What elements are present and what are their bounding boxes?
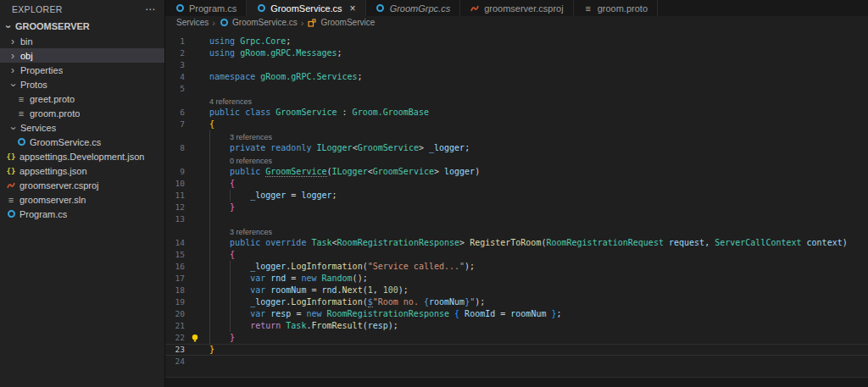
tab-groom-proto[interactable]: ≡groom.proto xyxy=(574,0,658,16)
code-text: { xyxy=(209,178,235,190)
line-number: 24 xyxy=(165,356,185,368)
line-number: 22 xyxy=(165,332,185,344)
file-label: groomserver.csproj xyxy=(19,180,99,191)
sidebar-file-greet-proto[interactable]: ≡greet.proto xyxy=(0,91,164,106)
code-line[interactable]: 12 } xyxy=(165,202,868,213)
file-label: appsettings.Development.json xyxy=(19,152,144,162)
tab-groomservice-cs[interactable]: GroomService.cs× xyxy=(247,0,365,16)
sidebar-file-groom-proto[interactable]: ≡groom.proto xyxy=(0,106,164,120)
more-actions-icon[interactable]: ⋯ xyxy=(145,3,156,15)
code-line[interactable]: 5 xyxy=(165,83,868,95)
file-label: obj xyxy=(20,51,33,61)
csharp-icon xyxy=(258,4,265,12)
tab-label: GroomService.cs xyxy=(270,3,342,14)
code-line[interactable]: 11 _logger = logger; xyxy=(165,190,868,202)
sidebar-folder-obj[interactable]: ›obj xyxy=(0,48,164,63)
code-line[interactable]: 1using Grpc.Core; xyxy=(165,36,868,47)
breadcrumb-label: GroomService xyxy=(320,18,375,27)
file-label: bin xyxy=(20,36,33,47)
code-text: using gRoom.gRPC.Messages; xyxy=(209,47,342,59)
sidebar-folder-properties[interactable]: ›Properties xyxy=(0,63,164,77)
code-text: var resp = new RoomRegistrationResponse … xyxy=(209,308,562,320)
vscode-window: EXPLORER ⋯ › GROOMSERVER ›bin›obj›Proper… xyxy=(0,0,868,387)
codelens-references[interactable]: 3 references xyxy=(230,226,272,238)
editor-area: Program.csGroomService.cs×GroomGrpc.csgr… xyxy=(165,0,868,387)
code-line[interactable]: 8 private readonly ILogger<GroomService>… xyxy=(165,142,868,154)
file-label: greet.proto xyxy=(30,94,75,104)
sidebar-file-program-cs[interactable]: Program.cs xyxy=(0,207,164,221)
code-line[interactable]: 14 public override Task<RoomRegistration… xyxy=(165,237,868,249)
code-line[interactable]: 6public class GroomService : Groom.Groom… xyxy=(165,107,868,119)
code-line[interactable]: 21 return Task.FromResult(resp); xyxy=(165,320,868,332)
code-line[interactable]: 3 xyxy=(165,59,868,71)
breadcrumb: Services›GroomService.cs›GroomService xyxy=(165,16,868,29)
codelens-references[interactable]: 4 references xyxy=(209,96,252,108)
line-number: 6 xyxy=(165,107,185,119)
breadcrumb-separator-icon: › xyxy=(301,18,304,28)
code-line[interactable]: 19 _logger.LogInformation($"Room no. {ro… xyxy=(165,296,868,308)
sidebar-file-groomserver-csproj[interactable]: groomserver.csproj xyxy=(0,178,164,192)
tab-groomserver-csproj[interactable]: groomserver.csproj xyxy=(460,0,574,16)
code-text: using Grpc.Core; xyxy=(209,36,291,47)
breadcrumb-separator-icon: › xyxy=(212,18,215,28)
tab-program-cs[interactable]: Program.cs xyxy=(165,0,247,16)
line-number: 17 xyxy=(165,273,185,285)
code-line[interactable]: 15 { xyxy=(165,249,868,261)
proto-file-icon: ≡ xyxy=(16,95,26,103)
cs-file-icon xyxy=(16,138,26,146)
code-line[interactable]: 16 _logger.LogInformation("Service calle… xyxy=(165,261,868,273)
indent-guide xyxy=(209,154,210,166)
line-number: 16 xyxy=(165,261,185,273)
cs-file-icon xyxy=(256,4,266,12)
line-number: 5 xyxy=(165,83,185,95)
explorer-title: EXPLORER xyxy=(12,4,63,14)
code-line[interactable]: 4namespace gRoom.gRPC.Services; xyxy=(165,71,868,83)
line-number: 8 xyxy=(165,142,185,154)
sidebar-folder-bin[interactable]: ›bin xyxy=(0,34,164,48)
csharp-icon xyxy=(176,4,184,12)
code-line[interactable]: 18 var roomNum = rnd.Next(1, 100); xyxy=(165,285,868,296)
sidebar-file-appsettings-development-json[interactable]: {}appsettings.Development.json xyxy=(0,149,164,163)
code-line[interactable]: 7{ xyxy=(165,119,868,130)
sidebar-folder-protos[interactable]: ›Protos xyxy=(0,77,164,91)
code-line[interactable]: 22 } xyxy=(165,332,868,344)
code-line[interactable]: 9 public GroomService(ILogger<GroomServi… xyxy=(165,166,868,178)
code-text: var roomNum = rnd.Next(1, 100); xyxy=(209,285,409,296)
explorer-root-folder[interactable]: › GROOMSERVER xyxy=(0,19,164,34)
close-icon[interactable]: × xyxy=(350,3,356,14)
code-line[interactable]: 13 xyxy=(165,213,868,225)
sidebar-folder-services[interactable]: ›Services xyxy=(0,120,164,135)
tab-groomgrpc-cs[interactable]: GroomGrpc.cs xyxy=(366,0,461,16)
sidebar-file-appsettings-json[interactable]: {}appsettings.json xyxy=(0,163,164,178)
code-text: var rnd = new Random(); xyxy=(209,273,368,285)
breadcrumb-item-groomservice-cs[interactable]: GroomService.cs xyxy=(219,18,298,27)
chevron-right-icon: › xyxy=(8,66,17,75)
chevron-down-icon: › xyxy=(4,23,13,31)
line-number: 15 xyxy=(165,249,185,261)
code-line[interactable]: 20 var resp = new RoomRegistrationRespon… xyxy=(165,308,868,320)
code-line[interactable]: 24 xyxy=(165,356,868,368)
tab-label: Program.cs xyxy=(189,3,236,14)
breadcrumb-item-services[interactable]: Services xyxy=(176,18,209,27)
codelens-references[interactable]: 0 references xyxy=(230,155,272,167)
tab-label: groomserver.csproj xyxy=(484,3,564,14)
explorer-sidebar: EXPLORER ⋯ › GROOMSERVER ›bin›obj›Proper… xyxy=(0,0,165,387)
code-line[interactable]: 10 { xyxy=(165,178,868,190)
line-number: 1 xyxy=(165,36,185,47)
code-text: public class GroomService : Groom.GroomB… xyxy=(209,107,429,119)
chevron-down-icon: › xyxy=(9,124,18,132)
code-line[interactable]: 2using gRoom.gRPC.Messages; xyxy=(165,47,868,59)
code-line[interactable]: 23} xyxy=(165,344,868,356)
csharp-icon xyxy=(18,138,25,146)
code-text: } xyxy=(209,202,235,213)
tab-label: GroomGrpc.cs xyxy=(390,3,451,14)
line-number: 12 xyxy=(165,202,185,213)
code-text: } xyxy=(209,332,235,344)
codelens-references[interactable]: 3 references xyxy=(230,131,272,143)
csharp-icon xyxy=(8,210,15,218)
code-line[interactable]: 17 var rnd = new Random(); xyxy=(165,273,868,285)
sidebar-file-groomservice-cs[interactable]: GroomService.cs xyxy=(0,135,164,149)
codelens-row: 3 references xyxy=(165,225,868,237)
sidebar-file-groomserver-sln[interactable]: ≡groomserver.sln xyxy=(0,192,164,207)
breadcrumb-item-groomservice[interactable]: GroomService xyxy=(307,18,375,27)
